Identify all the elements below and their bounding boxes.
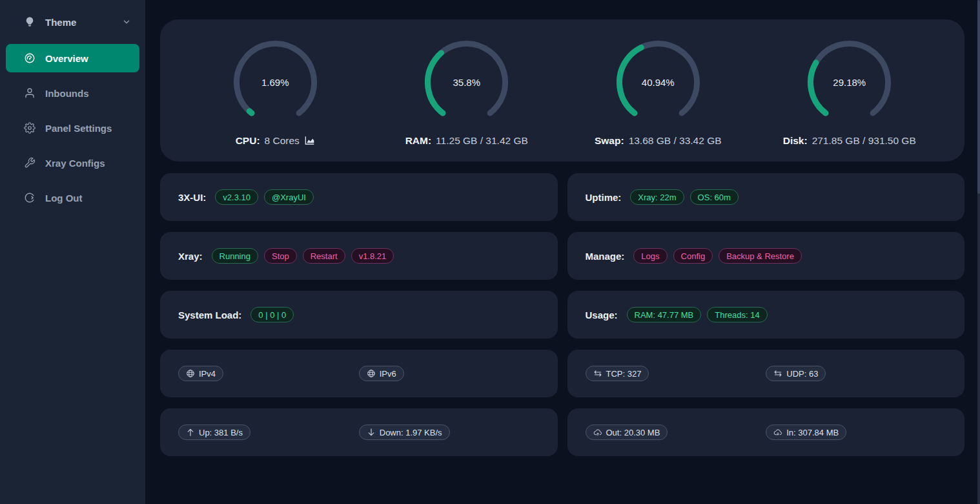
swap-icon xyxy=(773,369,782,378)
upload-speed-tag: Up: 381 B/s xyxy=(178,425,250,440)
cpu-percent: 1.69% xyxy=(232,39,319,126)
ipv6-tag[interactable]: IPv6 xyxy=(359,366,404,381)
system-gauges-card: 1.69% CPU: 8 Cores 35.8 xyxy=(160,19,965,162)
sidebar-item-label: Inbounds xyxy=(45,88,89,99)
chevron-down-icon xyxy=(122,17,131,26)
scrollbar-thumb[interactable] xyxy=(977,0,980,194)
sidebar: Theme Overview Inbounds xyxy=(0,0,145,504)
traffic-out-tag: Out: 20.30 MB xyxy=(586,425,668,440)
usage-card: Usage: RAM: 47.77 MB Threads: 14 xyxy=(567,291,965,339)
xray-label: Xray: xyxy=(178,251,203,262)
ram-percent: 35.8% xyxy=(423,39,510,126)
disk-gauge: 29.18% Disk: 271.85 GB / 931.50 GB xyxy=(754,19,946,162)
uptime-label: Uptime: xyxy=(586,192,622,203)
traffic-in-tag: In: 307.84 MB xyxy=(766,425,846,440)
sidebar-item-logout[interactable]: Log Out xyxy=(6,184,139,212)
lightbulb-icon xyxy=(24,16,36,28)
logs-button[interactable]: Logs xyxy=(633,248,667,264)
app-window: Theme Overview Inbounds xyxy=(0,0,980,504)
sidebar-item-label: Xray Configs xyxy=(45,158,105,169)
info-cards-grid: 3X-UI: v2.3.10 @XrayUI Uptime: Xray: 22m… xyxy=(160,173,965,456)
uptime-card: Uptime: Xray: 22m OS: 60m xyxy=(567,173,965,221)
theme-selector[interactable]: Theme xyxy=(0,0,145,44)
config-button[interactable]: Config xyxy=(673,248,713,264)
backup-restore-button[interactable]: Backup & Restore xyxy=(719,248,802,264)
system-load-card: System Load: 0 | 0 | 0 xyxy=(160,291,558,339)
tcp-count-tag: TCP: 327 xyxy=(586,366,649,381)
sidebar-item-panel-settings[interactable]: Panel Settings xyxy=(6,114,139,142)
threads-tag: Threads: 14 xyxy=(707,307,767,322)
scrollbar[interactable] xyxy=(977,0,980,504)
os-uptime-tag: OS: 60m xyxy=(690,189,739,205)
system-load-label: System Load: xyxy=(178,310,241,320)
swap-percent: 40.94% xyxy=(615,39,702,126)
cloud-download-icon xyxy=(773,428,782,437)
sidebar-item-overview[interactable]: Overview xyxy=(6,44,139,72)
cloud-upload-icon xyxy=(593,428,602,437)
connections-card: TCP: 327 UDP: 63 xyxy=(567,350,965,397)
disk-label: Disk: 271.85 GB / 931.50 GB xyxy=(783,135,916,147)
arrow-down-icon xyxy=(367,428,376,437)
manage-card: Manage: Logs Config Backup & Restore xyxy=(567,232,965,280)
ram-usage-tag: RAM: 47.77 MB xyxy=(627,307,702,322)
manage-label: Manage: xyxy=(586,251,625,262)
xray-version-button[interactable]: v1.8.21 xyxy=(351,248,394,264)
xray-stop-button[interactable]: Stop xyxy=(264,248,297,264)
ram-gauge: 35.8% RAM: 11.25 GB / 31.42 GB xyxy=(371,19,563,162)
xray-uptime-tag: Xray: 22m xyxy=(630,189,684,205)
dashboard-icon xyxy=(24,52,36,64)
speed-card: Up: 381 B/s Down: 1.97 KB/s xyxy=(160,408,558,456)
globe-icon xyxy=(367,369,376,378)
sidebar-item-label: Panel Settings xyxy=(45,123,112,134)
xui-version-tag[interactable]: v2.3.10 xyxy=(215,189,258,205)
sidebar-item-xray-configs[interactable]: Xray Configs xyxy=(6,149,139,177)
xui-telegram-tag[interactable]: @XrayUI xyxy=(264,189,314,205)
download-speed-tag: Down: 1.97 KB/s xyxy=(359,425,450,440)
sidebar-item-label: Log Out xyxy=(45,193,82,204)
usage-label: Usage: xyxy=(586,310,618,320)
udp-count-tag: UDP: 63 xyxy=(766,366,826,381)
ipv4-tag[interactable]: IPv4 xyxy=(178,366,223,381)
ram-label: RAM: 11.25 GB / 31.42 GB xyxy=(405,135,528,147)
area-chart-icon[interactable] xyxy=(304,136,315,145)
wrench-icon xyxy=(24,157,36,169)
traffic-card: Out: 20.30 MB In: 307.84 MB xyxy=(567,408,965,456)
sidebar-item-inbounds[interactable]: Inbounds xyxy=(6,79,139,107)
sidebar-item-label: Overview xyxy=(45,53,88,64)
swap-label: Swap: 13.68 GB / 33.42 GB xyxy=(595,135,722,147)
cpu-label: CPU: 8 Cores xyxy=(236,135,315,147)
xray-restart-button[interactable]: Restart xyxy=(303,248,345,264)
xray-running-badge: Running xyxy=(212,248,258,264)
swap-gauge: 40.94% Swap: 13.68 GB / 33.42 GB xyxy=(562,19,754,162)
theme-label: Theme xyxy=(45,17,122,28)
gear-icon xyxy=(24,122,36,134)
xui-label: 3X-UI: xyxy=(178,192,206,203)
disk-percent: 29.18% xyxy=(806,39,893,126)
sidebar-nav: Overview Inbounds Panel Settings xyxy=(0,44,145,212)
system-load-tag: 0 | 0 | 0 xyxy=(250,307,294,322)
xray-status-card: Xray: Running Stop Restart v1.8.21 xyxy=(160,232,558,280)
swap-icon xyxy=(593,369,602,378)
overview-page: 1.69% CPU: 8 Cores 35.8 xyxy=(145,0,980,504)
cpu-gauge: 1.69% CPU: 8 Cores xyxy=(179,19,371,162)
arrow-up-icon xyxy=(186,428,195,437)
ip-card: IPv4 IPv6 xyxy=(160,350,558,397)
globe-icon xyxy=(186,369,195,378)
xui-version-card: 3X-UI: v2.3.10 @XrayUI xyxy=(160,173,558,221)
user-icon xyxy=(24,87,36,99)
logout-icon xyxy=(24,192,36,204)
